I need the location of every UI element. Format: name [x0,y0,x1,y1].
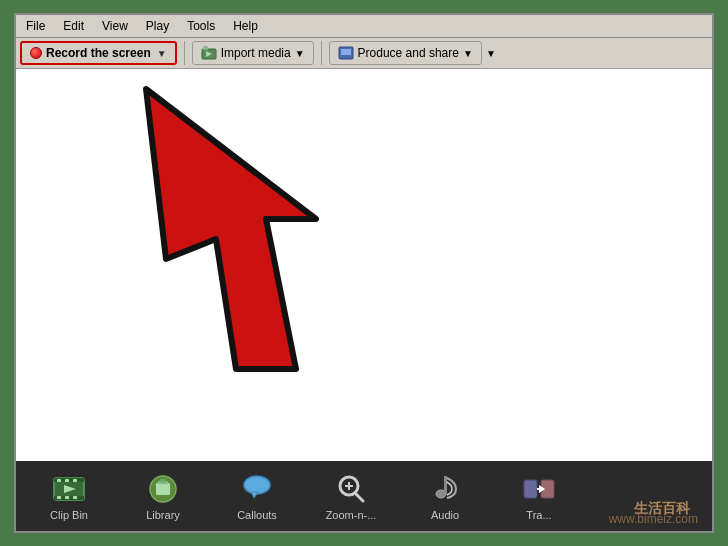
produce-icon [338,45,354,61]
tab-zoom-label: Zoom-n-... [326,509,377,521]
produce-share-button[interactable]: Produce and share ▼ [329,41,482,65]
record-label: Record the screen [46,46,151,60]
record-screen-button[interactable]: Record the screen ▼ [20,41,177,65]
tab-audio-label: Audio [431,509,459,521]
transition-icon [521,471,557,507]
record-dropdown-arrow[interactable]: ▼ [157,48,167,59]
svg-rect-12 [73,479,77,482]
tab-clip-bin-label: Clip Bin [50,509,88,521]
zoom-icon [333,471,369,507]
tab-callouts[interactable]: Callouts [212,464,302,528]
svg-rect-15 [73,496,77,499]
svg-rect-14 [65,496,69,499]
menu-help[interactable]: Help [227,17,264,35]
film-icon [51,471,87,507]
produce-dropdown-icon[interactable]: ▼ [463,48,473,59]
callout-icon [239,471,275,507]
produce-share-label: Produce and share [358,46,459,60]
menu-view[interactable]: View [96,17,134,35]
menu-play[interactable]: Play [140,17,175,35]
library-icon [145,471,181,507]
svg-marker-4 [341,49,351,55]
tab-library[interactable]: Library [118,464,208,528]
tab-transitions-label: Tra... [526,509,551,521]
svg-marker-22 [251,492,258,498]
menu-tools[interactable]: Tools [181,17,221,35]
toolbar: Record the screen ▼ Import media ▼ [16,38,712,69]
tab-library-label: Library [146,509,180,521]
tab-clip-bin[interactable]: Clip Bin [24,464,114,528]
audio-icon [427,471,463,507]
svg-point-21 [244,476,270,494]
import-icon [201,45,217,61]
svg-rect-10 [57,479,61,482]
svg-rect-20 [160,479,166,482]
svg-rect-28 [444,476,447,494]
svg-rect-2 [203,46,208,50]
tab-transitions[interactable]: Tra... [494,464,584,528]
svg-rect-13 [57,496,61,499]
svg-rect-29 [524,480,537,498]
svg-line-24 [355,493,363,501]
bottom-panel: Clip Bin Library Callouts [16,461,712,531]
toolbar-divider-1 [184,41,185,65]
menu-bar: File Edit View Play Tools Help [16,15,712,38]
tab-audio[interactable]: Audio [400,464,490,528]
import-dropdown-icon[interactable]: ▼ [295,48,305,59]
main-content [16,69,712,461]
red-arrow [136,79,436,399]
svg-rect-5 [343,56,349,58]
svg-rect-11 [65,479,69,482]
record-dot-icon [30,47,42,59]
import-media-button[interactable]: Import media ▼ [192,41,314,65]
svg-rect-18 [156,483,170,495]
toolbar-divider-2 [321,41,322,65]
menu-edit[interactable]: Edit [57,17,90,35]
extra-dropdown[interactable]: ▼ [486,48,496,59]
tab-zoom[interactable]: Zoom-n-... [306,464,396,528]
svg-marker-6 [146,89,316,369]
tab-callouts-label: Callouts [237,509,277,521]
import-media-label: Import media [221,46,291,60]
app-window: File Edit View Play Tools Help Record th… [14,13,714,533]
menu-file[interactable]: File [20,17,51,35]
